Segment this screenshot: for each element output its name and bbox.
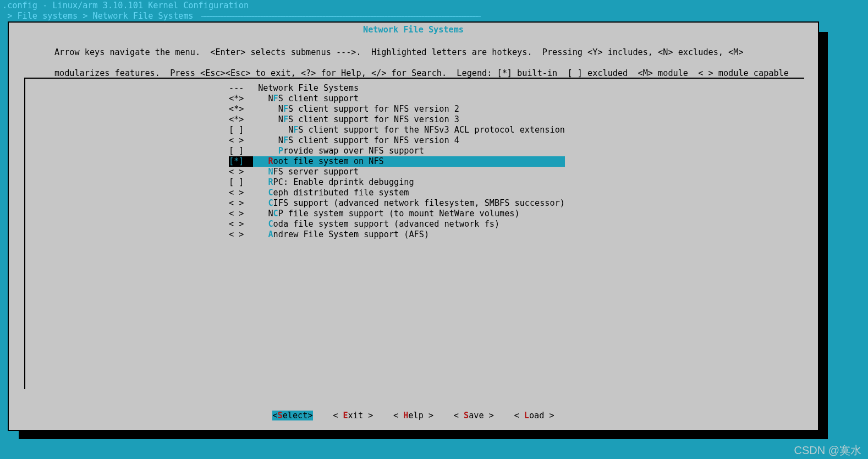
menu-item[interactable]: < > Andrew File System support (AFS) — [229, 230, 565, 240]
hotkey-letter: C — [268, 188, 273, 198]
menu-item[interactable]: [ ] Provide swap over NFS support — [229, 146, 565, 156]
state-indicator: < > — [229, 209, 253, 219]
exit-button[interactable]: < Exit > — [333, 411, 373, 420]
state-indicator: <*> — [229, 114, 253, 125]
menu-item[interactable]: < > Coda file system support (advanced n… — [229, 219, 565, 230]
hotkey-letter: C — [273, 209, 278, 218]
state-indicator: [ ] — [229, 146, 253, 156]
state-indicator: <*> — [229, 104, 253, 114]
menu-item[interactable]: <*> NFS client support — [229, 94, 565, 104]
hotkey-letter: R — [268, 177, 273, 187]
breadcrumb-text: > File systems > Network File Systems — [2, 11, 199, 21]
window-title: .config - Linux/arm 3.10.101 Kernel Conf… — [0, 0, 868, 11]
state-indicator: < > — [229, 198, 253, 209]
instructions-line-1: Arrow keys navigate the menu. <Enter> se… — [54, 47, 744, 57]
menu-item[interactable]: [ ] NFS client support for the NFSv3 ACL… — [229, 125, 565, 135]
menu-item-label: eph distributed file system — [273, 188, 409, 198]
menu-item[interactable]: --- Network File Systems — [229, 83, 565, 94]
menu-item-label: P file system support (to mount NetWare … — [278, 209, 520, 218]
menu-item-label: oot file system on NFS — [273, 156, 384, 166]
hotkey-letter: C — [268, 198, 273, 208]
menu-item-label: S client support — [278, 94, 359, 103]
dialog-box: Network File Systems Arrow keys navigate… — [8, 21, 819, 431]
hotkey-letter: S — [278, 411, 283, 420]
menu-item[interactable]: [ ] RPC: Enable dprintk debugging — [229, 177, 565, 188]
hotkey-letter: F — [283, 104, 288, 114]
hotkey-letter: F — [283, 135, 288, 145]
hotkey-letter: S — [464, 411, 469, 420]
dialog-title: Network File Systems — [9, 23, 818, 35]
state-indicator: [*] — [229, 156, 253, 167]
state-indicator: < > — [229, 188, 253, 198]
save-button[interactable]: < Save > — [454, 411, 494, 420]
menu-item[interactable]: <*> NFS client support for NFS version 2 — [229, 104, 565, 114]
state-indicator: < > — [229, 230, 253, 240]
menu-item-label: PC: Enable dprintk debugging — [273, 177, 414, 187]
menu-item-label: oda file system support (advanced networ… — [273, 219, 499, 229]
state-indicator: --- — [229, 83, 253, 94]
menu-item-label: Network File Systems — [258, 83, 359, 93]
state-indicator: [ ] — [229, 125, 253, 135]
menu-item[interactable]: < > NCP file system support (to mount Ne… — [229, 209, 565, 219]
state-indicator: < > — [229, 219, 253, 230]
menu-box: --- Network File Systems<*> NFS client s… — [24, 78, 804, 389]
menu-item-label: S client support for NFS version 2 — [288, 104, 459, 114]
hotkey-letter: L — [524, 411, 529, 420]
menu-item[interactable]: < > CIFS support (advanced network files… — [229, 198, 565, 209]
instructions-line-2: modularizes features. Press <Esc><Esc> t… — [54, 68, 789, 78]
menu-item-label: S client support for NFS version 3 — [288, 114, 459, 124]
help-button[interactable]: < Help > — [393, 411, 433, 420]
menu-item[interactable]: [*] Root file system on NFS — [229, 156, 565, 167]
hotkey-letter: F — [293, 125, 298, 135]
menu-item[interactable]: <*> NFS client support for NFS version 3 — [229, 114, 565, 125]
menu-item-label: ndrew File System support (AFS) — [273, 230, 429, 239]
breadcrumb: > File systems > Network File Systems — [0, 11, 868, 21]
menu-item-label: rovide swap over NFS support — [283, 146, 424, 156]
select-button[interactable]: <Select> — [272, 411, 312, 420]
hotkey-letter: A — [268, 230, 273, 239]
hotkey-letter: C — [268, 219, 273, 229]
hotkey-letter: E — [343, 411, 348, 420]
load-button[interactable]: < Load > — [514, 411, 554, 420]
menu-item-label: S client support for NFS version 4 — [288, 135, 459, 145]
hotkey-letter: P — [278, 146, 283, 156]
menu-item[interactable]: < > NFS server support — [229, 167, 565, 177]
state-indicator: < > — [229, 135, 253, 146]
hotkey-letter: F — [273, 94, 278, 103]
state-indicator: <*> — [229, 94, 253, 104]
state-indicator: [ ] — [229, 177, 253, 188]
hotkey-letter: H — [403, 411, 408, 420]
menu-item-label: S client support for the NFSv3 ACL proto… — [298, 125, 565, 135]
watermark: CSDN @寞水 — [794, 445, 861, 456]
menu-list: --- Network File Systems<*> NFS client s… — [229, 83, 565, 240]
state-indicator: < > — [229, 167, 253, 177]
menu-item[interactable]: < > NFS client support for NFS version 4 — [229, 135, 565, 146]
menu-item-label: FS server support — [273, 167, 359, 177]
hotkey-letter: N — [268, 167, 273, 177]
menu-item-label: IFS support (advanced network filesystem… — [273, 198, 565, 208]
button-bar: <Select> < Exit > < Help > < Save > < Lo… — [9, 411, 818, 421]
hotkey-letter: F — [283, 114, 288, 124]
menu-item[interactable]: < > Ceph distributed file system — [229, 188, 565, 198]
hotkey-letter: R — [268, 156, 273, 166]
